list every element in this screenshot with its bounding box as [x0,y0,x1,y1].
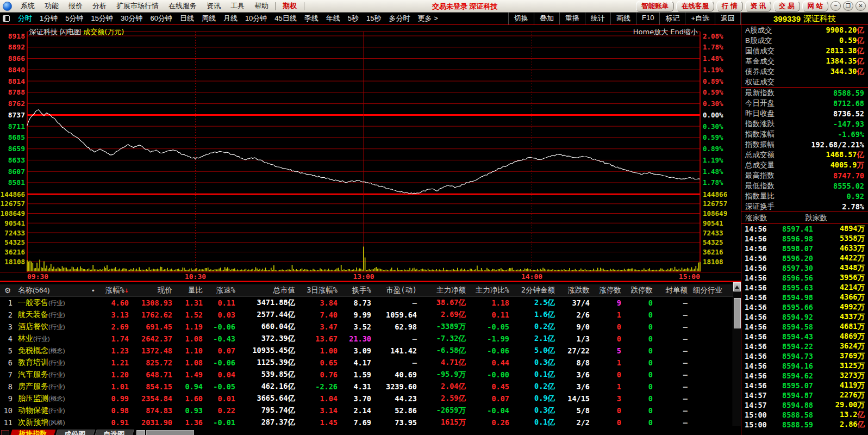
menu-item-系统[interactable]: 系统 [16,2,40,10]
tool-+自选[interactable]: +自选 [685,13,715,24]
table-row[interactable]: 3酒店餐饮(行业)2.69691.451.19-0.06660.04亿3.473… [0,321,741,333]
cell-turnover: – [374,358,420,367]
menu-item-options[interactable]: 期权 [277,1,302,11]
header-change-3d[interactable]: 3日涨幅% [298,285,340,295]
tab-板块指数[interactable]: 板块指数 [9,430,55,435]
header-dot[interactable]: • [89,287,98,295]
header-change-pct[interactable]: 涨幅%↓ [98,285,132,295]
header-turnover[interactable]: 换手% [340,285,374,295]
titlebar-button[interactable]: 交 易 [773,1,800,12]
stat-value: 8555.02 [833,182,864,190]
header-limit-up[interactable]: 涨停数 [592,285,624,295]
table-scrollbar[interactable] [733,282,741,426]
menu-item-报价[interactable]: 报价 [64,2,88,10]
menu-item-分析[interactable]: 分析 [88,2,111,10]
intraday-chart[interactable]: 89182.08%88921.78%88661.48%88401.19%8814… [0,25,741,282]
tool-返回[interactable]: 返回 [715,13,741,24]
minimize-button[interactable]: – [830,1,841,11]
header-pe[interactable]: 市盈(动) [374,285,420,295]
tab-scroll-button[interactable] [136,430,145,435]
table-row[interactable]: 1一般零售(行业)4.601308.931.310.113471.88亿3.84… [0,297,741,309]
header-price[interactable]: 现价 [132,285,175,295]
header-main-net-pct[interactable]: 主力净比% [469,285,512,295]
tool-F10[interactable]: F10 [636,13,660,24]
tool-画线[interactable]: 画线 [611,13,636,24]
period-60分钟[interactable]: 60分钟 [146,14,176,22]
horizontal-scrollbar-thumb[interactable] [146,430,194,435]
cell-index: 2 [0,310,15,319]
period-5秒[interactable]: 5秒 [344,14,363,22]
period-年线[interactable]: 年线 [322,14,344,22]
tab-成份图[interactable]: 成份图 [54,430,95,435]
cell-dot: 1.74 [98,334,132,343]
period-分时[interactable]: 分时 [14,14,36,22]
header-vol-ratio[interactable]: 量比 [175,285,205,295]
period-季线[interactable]: 季线 [301,14,322,22]
cell-change-3d: 3.70 [340,394,374,403]
table-row[interactable]: 7汽车服务(行业)1.20648.711.490.04539.85亿0.761.… [0,369,741,381]
period-周线[interactable]: 周线 [198,14,220,22]
period-45日线[interactable]: 45日线 [271,14,300,22]
header-limit-down[interactable]: 跌停数 [624,285,655,295]
titlebar-button[interactable]: 网 站 [802,1,828,12]
tool-叠加[interactable]: 叠加 [534,13,560,24]
table-row[interactable]: 6教育培训(行业)1.21825.721.08-0.061125.39亿0.65… [0,357,741,369]
header-market-cap[interactable]: 总市值 [238,285,298,295]
table-row[interactable]: 8房产服务(行业)1.01854.150.94-0.05462.16亿-2.26… [0,381,741,393]
svg-text:1.78%: 1.78% [703,178,723,187]
period-多分时[interactable]: 多分时 [385,14,414,22]
settings-gear-icon[interactable]: ⚙ [0,286,15,295]
table-row[interactable]: 10动物保健(行业)0.98874.830.930.22795.74亿3.142… [0,405,741,417]
cell-name: 胎压监测(概念) [15,394,89,403]
period-5分钟[interactable]: 5分钟 [61,14,87,22]
titlebar-button[interactable]: 智能账单 [636,1,674,12]
cell-market-cap: 7.40 [298,310,340,319]
menu-item-在线服务[interactable]: 在线服务 [164,2,202,10]
period-1分钟[interactable]: 1分钟 [36,14,61,22]
period-10分钟[interactable]: 10分钟 [241,14,271,22]
cell-dot: 3.13 [98,310,132,319]
close-button[interactable]: ✕ [855,1,866,11]
tool-切换[interactable]: 切换 [509,13,534,24]
titlebar-button[interactable]: 在线客服 [676,1,714,12]
menu-item-资讯[interactable]: 资讯 [202,2,226,10]
titlebar-button[interactable]: 行 情 [716,1,742,12]
header-sub-industry[interactable]: 细分行业 [690,285,723,295]
restore-button[interactable]: ❐ [843,1,853,11]
table-row[interactable]: 11次新预增(风格)0.912031.901.36-0.01287.37亿1.4… [0,417,741,428]
menu-item-帮助[interactable]: 帮助 [249,2,273,10]
tool-标记[interactable]: 标记 [660,13,685,24]
table-row[interactable]: 9胎压监测(概念)0.992354.841.600.013665.64亿1.04… [0,393,741,405]
svg-text:0.89%: 0.89% [703,77,723,85]
table-row[interactable]: 5免税概念(概念)1.231372.481.100.0710935.45亿1.0… [0,345,741,357]
header-name[interactable]: 名称(564) [15,285,89,295]
table-row[interactable]: 2航天装备(行业)3.131762.621.520.032577.44亿7.40… [0,309,741,321]
scroll-up-button[interactable] [733,282,741,291]
header-seal-amount[interactable]: 封单额 [655,285,690,295]
titlebar-button[interactable]: 资 讯 [745,1,771,12]
table-row[interactable]: 4林业(行业)1.742642.371.08-0.43372.39亿13.672… [0,333,741,345]
period-日线[interactable]: 日线 [176,14,198,22]
tool-重播[interactable]: 重播 [560,13,585,24]
tool-统计[interactable]: 统计 [585,13,611,24]
period-more[interactable]: 更多 > [414,14,442,23]
menu-item-功能[interactable]: 功能 [40,2,64,10]
header-main-net[interactable]: 主力净额 [420,285,469,295]
tab-corner-icon[interactable] [1,430,9,435]
tick-row: 14:568596.985358万 [741,234,868,244]
tick-amount: 4119万 [822,381,865,390]
tab-自选图[interactable]: 自选图 [93,430,134,435]
menu-item-扩展市场行情[interactable]: 扩展市场行情 [111,2,164,10]
cell-name: 航天装备(行业) [15,310,89,320]
cell-main-net: 0.07 [469,394,512,403]
header-amount-2min[interactable]: 2分钟金额 [512,285,558,295]
scrollbar-thumb[interactable] [734,298,741,328]
period-15秒[interactable]: 15秒 [363,14,385,22]
period-月线[interactable]: 月线 [220,14,241,22]
period-30分钟[interactable]: 30分钟 [117,14,146,22]
panel-toggle-icon[interactable] [3,15,10,22]
period-15分钟[interactable]: 15分钟 [87,14,116,22]
header-speed[interactable]: 涨速% [205,285,238,295]
menu-item-工具[interactable]: 工具 [226,2,249,10]
header-updown-count[interactable]: 涨跌数 [558,285,592,295]
